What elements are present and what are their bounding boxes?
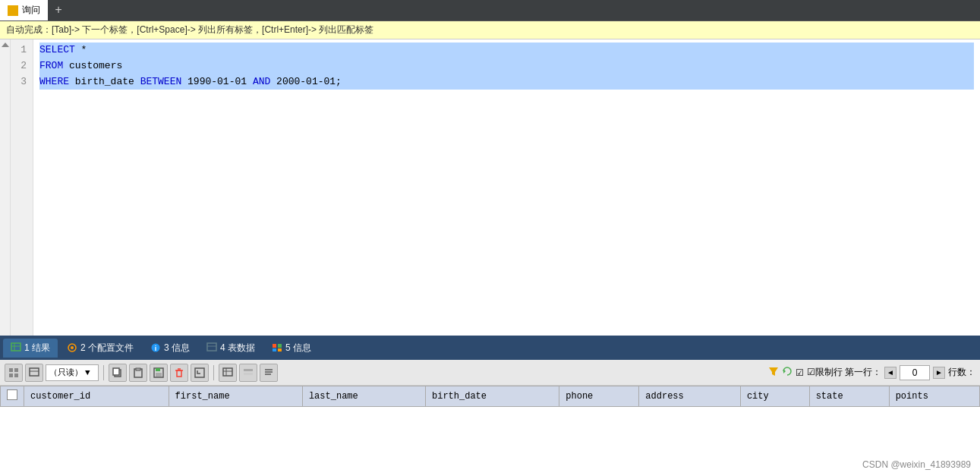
tab-info2-label: 5 信息 [285,342,311,355]
readonly-label: （只读） [49,367,83,378]
svg-rect-14 [14,368,18,372]
tab-label: 询问 [22,4,40,17]
result-toolbar: （只读） ▼ [0,360,980,386]
line-number-2: 2 [17,58,27,74]
svg-rect-11 [273,348,276,351]
results-table-container: customer_id first_name last_name birth_d… [0,386,980,476]
svg-rect-12 [278,348,282,351]
svg-rect-17 [30,368,39,376]
line-number-1: 1 [17,43,27,58]
col-state: state [809,386,889,407]
info2-icon [272,342,282,353]
tab-config-label: 2 个配置文件 [80,342,134,355]
editor-container: 1 2 3 SELECT * FROM customers WHERE birt… [0,39,980,336]
code-line-1: SELECT * [39,43,974,58]
svg-rect-26 [177,370,181,377]
row-count-label: 行数： [948,366,975,379]
col-check [1,386,24,407]
col-first-name: first_name [169,386,302,407]
limit-input[interactable] [900,365,930,380]
tab-tabledata-label: 4 表数据 [220,342,255,355]
svg-point-4 [71,346,74,349]
tab-info-label: 3 信息 [164,342,190,355]
svg-rect-29 [223,368,232,376]
svg-rect-33 [244,373,253,375]
table-icon [206,342,217,353]
svg-rect-32 [244,369,253,371]
refresh-button[interactable] [191,364,209,382]
export-button[interactable] [25,364,43,382]
hint-text: 自动完成：[Tab]-> 下一个标签，[Ctrl+Space]-> 列出所有标签… [6,24,373,35]
col-address: address [639,386,741,407]
col-city: city [740,386,809,407]
header-checkbox[interactable] [7,389,17,400]
filter-icon [768,366,779,379]
svg-rect-28 [195,368,204,377]
bottom-section: 1 结果 2 个配置文件 i 3 信息 4 表数据 [0,336,980,476]
view-text-button[interactable] [260,364,278,382]
toolbar-sep-1 [103,365,104,380]
delete-button[interactable] [170,364,188,382]
svg-rect-25 [156,373,162,377]
svg-rect-16 [14,374,18,377]
tab-icon [8,5,18,16]
info-icon: i [150,342,161,353]
limit-checkbox[interactable]: ☑ [796,367,804,378]
tab-info[interactable]: i 3 信息 [143,339,197,358]
watermark: CSDN @weixin_41893989 [862,459,971,470]
scroll-arrow-up [2,43,9,47]
hint-bar: 自动完成：[Tab]-> 下一个标签，[Ctrl+Space]-> 列出所有标签… [0,21,980,39]
readonly-dropdown[interactable]: （只读） ▼ [46,364,99,381]
col-last-name: last_name [302,386,425,407]
col-birth-date: birth_date [425,386,559,407]
tab-info2[interactable]: 5 信息 [264,339,319,358]
svg-rect-10 [278,344,282,348]
refresh-icon [782,366,793,379]
main-wrapper: 询问 + 自动完成：[Tab]-> 下一个标签，[Ctrl+Space]-> 列… [0,0,980,476]
config-icon [67,342,77,353]
save-button[interactable] [150,364,168,382]
svg-rect-22 [136,368,140,370]
query-tab[interactable]: 询问 [0,0,48,20]
col-customer-id: customer_id [24,386,169,407]
line-numbers: 1 2 3 [11,39,33,336]
readonly-arrow: ▼ [85,368,90,377]
svg-marker-38 [783,369,786,374]
view-form-button[interactable] [239,364,257,382]
limit-label: ☑限制行 第一行： [807,366,881,379]
svg-rect-13 [9,368,13,372]
toolbar-sep-2 [213,365,214,380]
svg-marker-37 [769,367,778,376]
svg-rect-9 [273,344,276,348]
svg-rect-15 [9,374,13,377]
grid-view-button[interactable] [5,364,23,382]
bottom-tabs: 1 结果 2 个配置文件 i 3 信息 4 表数据 [0,336,980,360]
paste-button[interactable] [129,364,147,382]
copy-button[interactable] [109,364,127,382]
tab-bar: 询问 + [0,0,980,21]
line-number-3: 3 [17,74,27,90]
tab-result[interactable]: 1 结果 [3,339,58,358]
tab-tabledata[interactable]: 4 表数据 [199,339,263,358]
col-points: points [889,386,979,407]
prev-page-button[interactable]: ◄ [884,367,896,379]
code-line-3: WHERE birth_date BETWEEN 1990-01-01 AND … [39,74,974,90]
view-grid-button[interactable] [219,364,237,382]
next-page-button[interactable]: ► [933,367,945,379]
tab-result-label: 1 结果 [24,342,50,355]
editor-content[interactable]: SELECT * FROM customers WHERE birth_date… [33,39,980,336]
code-line-2: FROM customers [39,58,974,74]
result-icon [11,342,21,353]
svg-rect-24 [156,368,160,371]
add-tab-button[interactable]: + [49,2,68,20]
results-table: customer_id first_name last_name birth_d… [0,386,980,407]
svg-text:i: i [155,345,157,352]
svg-rect-7 [207,343,216,351]
scroll-indicator [0,39,11,336]
svg-rect-20 [113,368,119,375]
filter-area: ☑ ☑限制行 第一行： ◄ ► 行数： [768,365,975,380]
col-phone: phone [559,386,639,407]
svg-rect-0 [11,343,20,351]
tab-config[interactable]: 2 个配置文件 [59,339,141,358]
